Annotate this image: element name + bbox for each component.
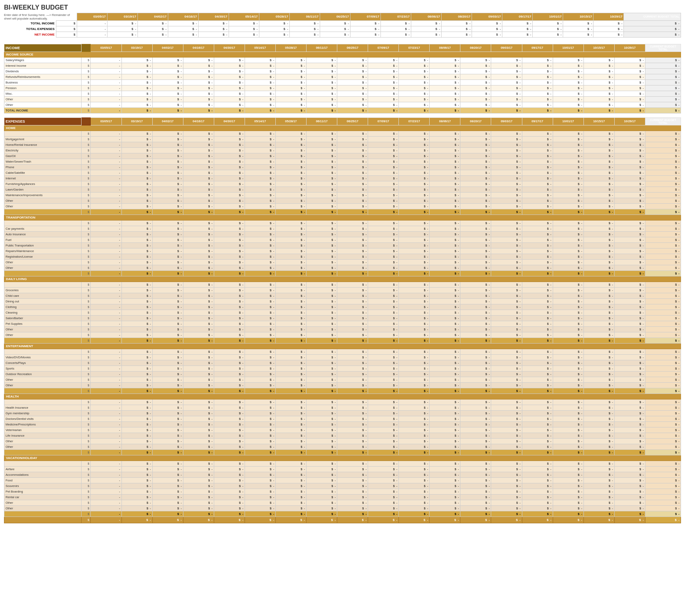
value-cell[interactable]: $ - (337, 181, 368, 187)
value-cell[interactable]: $ - (553, 91, 583, 96)
value-cell[interactable]: $ - (152, 477, 183, 483)
value-cell[interactable]: $ - (583, 298, 614, 304)
value-cell[interactable]: - (91, 192, 121, 198)
value-cell[interactable]: $ - (460, 461, 491, 466)
value-cell[interactable]: $ - (368, 136, 399, 142)
value-cell[interactable]: $ - (368, 321, 399, 326)
value-cell[interactable]: $ - (275, 68, 306, 74)
value-cell[interactable]: $ - (430, 483, 460, 489)
value-cell[interactable]: $ - (337, 433, 368, 438)
value-cell[interactable]: - (91, 96, 121, 102)
value-cell[interactable]: $ - (460, 153, 491, 159)
value-cell[interactable]: - (91, 85, 121, 91)
value-cell[interactable]: - (91, 147, 121, 153)
value-cell[interactable]: $ - (214, 237, 245, 242)
te-v8[interactable]: $ - (289, 26, 320, 32)
value-cell[interactable]: $ - (430, 399, 460, 405)
value-cell[interactable]: $ - (583, 366, 614, 371)
value-cell[interactable]: $ - (491, 466, 522, 472)
value-cell[interactable]: $ - (121, 477, 152, 483)
value-cell[interactable]: - (91, 494, 121, 500)
value-cell[interactable]: $ - (399, 477, 430, 483)
value-cell[interactable]: $ - (553, 438, 583, 444)
value-cell[interactable]: $ - (430, 315, 460, 321)
value-cell[interactable]: $ - (522, 505, 553, 511)
value-cell[interactable]: - (91, 332, 121, 338)
value-cell[interactable]: $ - (183, 187, 214, 192)
value-cell[interactable]: $ - (614, 444, 645, 449)
value-cell[interactable]: $ - (553, 187, 583, 192)
value-cell[interactable]: $ - (460, 321, 491, 326)
ti-v3[interactable]: $ - (137, 20, 168, 26)
value-cell[interactable]: $ - (460, 181, 491, 187)
value-cell[interactable]: $ - (214, 170, 245, 175)
value-cell[interactable]: $ - (614, 170, 645, 175)
ti-v18[interactable]: $ - (593, 20, 624, 26)
value-cell[interactable]: $ - (614, 187, 645, 192)
value-cell[interactable]: $ - (337, 57, 368, 63)
value-cell[interactable]: $ - (368, 192, 399, 198)
value-cell[interactable]: $ - (275, 354, 306, 360)
value-cell[interactable]: $ - (245, 242, 275, 248)
value-cell[interactable]: $ - (306, 248, 337, 254)
value-cell[interactable]: $ - (152, 79, 183, 85)
value-cell[interactable]: $ - (121, 153, 152, 159)
value-cell[interactable]: $ - (368, 371, 399, 377)
value-cell[interactable]: $ - (275, 142, 306, 147)
value-cell[interactable]: $ - (583, 287, 614, 293)
value-cell[interactable]: $ - (522, 366, 553, 371)
value-cell[interactable]: $ - (245, 427, 275, 433)
value-cell[interactable]: $ - (275, 321, 306, 326)
value-cell[interactable]: $ - (583, 399, 614, 405)
value-cell[interactable]: $ - (121, 198, 152, 203)
value-cell[interactable]: $ - (214, 220, 245, 226)
value-cell[interactable]: $ - (245, 354, 275, 360)
value-cell[interactable]: $ - (368, 427, 399, 433)
value-cell[interactable]: $ - (430, 433, 460, 438)
value-cell[interactable]: $ - (337, 354, 368, 360)
value-cell[interactable]: - (91, 248, 121, 254)
value-cell[interactable]: $ - (522, 226, 553, 231)
value-cell[interactable]: $ - (583, 142, 614, 147)
value-cell[interactable]: $ - (337, 175, 368, 181)
value-cell[interactable]: $ - (152, 505, 183, 511)
value-cell[interactable]: $ - (214, 181, 245, 187)
value-cell[interactable]: $ - (245, 461, 275, 466)
value-cell[interactable]: $ - (245, 489, 275, 494)
value-cell[interactable]: $ - (460, 147, 491, 153)
value-cell[interactable]: $ - (399, 147, 430, 153)
value-cell[interactable]: $ - (152, 298, 183, 304)
value-cell[interactable]: $ - (245, 96, 275, 102)
value-cell[interactable]: $ - (121, 349, 152, 354)
value-cell[interactable]: $ - (368, 421, 399, 427)
value-cell[interactable]: - (91, 164, 121, 170)
value-cell[interactable]: - (91, 505, 121, 511)
value-cell[interactable]: $ - (152, 265, 183, 270)
value-cell[interactable]: $ - (460, 226, 491, 231)
value-cell[interactable]: $ - (306, 382, 337, 388)
value-cell[interactable]: $ - (183, 472, 214, 477)
value-cell[interactable]: $ - (337, 74, 368, 79)
value-cell[interactable]: $ - (399, 170, 430, 175)
value-cell[interactable]: $ - (399, 360, 430, 366)
value-cell[interactable]: $ - (337, 421, 368, 427)
value-cell[interactable]: $ - (460, 187, 491, 192)
value-cell[interactable]: $ - (430, 259, 460, 265)
value-cell[interactable]: $ - (522, 68, 553, 74)
value-cell[interactable]: $ - (491, 304, 522, 310)
value-cell[interactable]: $ - (183, 505, 214, 511)
value-cell[interactable]: $ - (337, 237, 368, 242)
value-cell[interactable]: - (91, 304, 121, 310)
value-cell[interactable]: $ - (491, 472, 522, 477)
value-cell[interactable]: $ - (430, 102, 460, 107)
value-cell[interactable]: $ - (553, 226, 583, 231)
value-cell[interactable]: $ - (491, 416, 522, 421)
value-cell[interactable]: $ - (368, 79, 399, 85)
value-cell[interactable]: $ - (460, 164, 491, 170)
value-cell[interactable]: $ - (152, 444, 183, 449)
value-cell[interactable]: $ - (275, 349, 306, 354)
value-cell[interactable]: - (91, 91, 121, 96)
value-cell[interactable]: $ - (214, 433, 245, 438)
ni-v6[interactable]: $ - (229, 32, 259, 37)
value-cell[interactable]: $ - (121, 399, 152, 405)
